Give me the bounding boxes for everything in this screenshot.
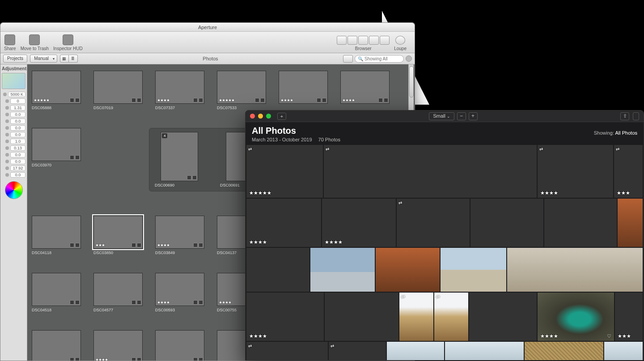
adjustment-value[interactable]: 0.13 xyxy=(10,145,25,151)
reset-icon[interactable] xyxy=(5,119,9,123)
photo-thumb[interactable]: ⇄ xyxy=(324,145,537,198)
photo-thumb[interactable]: ★★★★ xyxy=(340,71,390,110)
close-button[interactable] xyxy=(250,114,255,119)
photo-thumb[interactable]: ★★★★DSC03849 xyxy=(155,216,204,255)
photo-thumb[interactable]: ★★★★DSC00593 xyxy=(155,273,204,312)
zoom-button[interactable] xyxy=(266,114,271,119)
reset-icon[interactable] xyxy=(5,113,9,116)
adjustment-row[interactable]: 0.0 xyxy=(2,152,25,157)
aperture-titlebar[interactable]: Aperture xyxy=(0,23,415,32)
photo-thumb[interactable] xyxy=(441,248,506,292)
photo-thumb[interactable] xyxy=(445,342,524,361)
photo-thumb[interactable]: DSC04577 xyxy=(93,273,143,312)
browser-filmstrip-button[interactable] xyxy=(358,36,368,45)
search-field[interactable]: 🔍 Showing All xyxy=(355,55,404,63)
photo-thumb[interactable]: ★★★★★DSC05888 xyxy=(32,71,81,110)
photo-thumb[interactable] xyxy=(507,248,643,292)
photo-thumb[interactable]: ★★★★ xyxy=(93,330,143,361)
camera-import-button[interactable] xyxy=(343,55,353,63)
adjustment-row[interactable]: 0.0 xyxy=(2,132,25,137)
adjustment-row[interactable]: 17.92 xyxy=(2,166,25,171)
photo-thumb[interactable] xyxy=(470,199,543,247)
thumbnail-size-select[interactable]: Small xyxy=(429,112,454,120)
browser-places-button[interactable] xyxy=(380,36,390,45)
browser-faces-button[interactable] xyxy=(369,36,379,45)
inspector-hud-button[interactable]: Inspector HUD xyxy=(53,34,83,51)
clear-search-button[interactable] xyxy=(406,55,412,62)
adjustment-row[interactable]: 0.0 xyxy=(2,112,25,117)
adjustment-row[interactable]: 0 xyxy=(2,98,25,104)
adjustment-value[interactable]: 0.0 xyxy=(10,125,25,131)
adjustment-row[interactable]: 0.0 xyxy=(2,125,25,131)
photo-thumb[interactable]: ★★★★ xyxy=(279,71,328,110)
photo-thumb[interactable]: ★★★DSC03850 xyxy=(93,216,143,255)
browser-split-button[interactable] xyxy=(347,36,357,45)
photo-thumb[interactable]: ★★★★ xyxy=(246,293,324,341)
photo-thumb[interactable]: DSC04518 xyxy=(32,273,81,312)
adjustment-value[interactable]: 17.92 xyxy=(10,166,25,171)
reset-icon[interactable] xyxy=(5,99,9,103)
reset-icon[interactable] xyxy=(5,173,9,177)
scrollbar-thumb[interactable] xyxy=(409,66,414,98)
adjustment-value[interactable]: 1.0 xyxy=(10,139,25,144)
adjustment-row[interactable]: 0.0 xyxy=(2,172,25,178)
share-button[interactable]: Share xyxy=(4,34,16,51)
zoom-in-button[interactable]: + xyxy=(469,112,478,120)
color-wheel[interactable] xyxy=(5,181,23,199)
adjustment-value[interactable]: 0.0 xyxy=(10,172,25,178)
photo-thumb[interactable]: DSC04118 xyxy=(32,216,81,255)
photo-thumb[interactable] xyxy=(325,293,398,341)
photo-thumb[interactable]: ★★★★ xyxy=(246,199,321,247)
reset-icon[interactable] xyxy=(5,166,9,170)
more-button[interactable] xyxy=(633,112,639,120)
adjustment-value[interactable]: 0.0 xyxy=(10,152,25,157)
adjustment-row[interactable]: 5000 K xyxy=(2,92,25,97)
photo-thumb[interactable]: ⇄★★★★★ xyxy=(246,145,323,198)
share-button[interactable]: ⇧ xyxy=(620,112,629,120)
reset-icon[interactable] xyxy=(5,126,9,130)
adjustment-value[interactable]: 1.31 xyxy=(10,105,25,110)
loupe-button[interactable] xyxy=(395,36,405,45)
photo-thumb[interactable] xyxy=(544,199,617,247)
photo-thumb[interactable]: ⇄ xyxy=(397,199,470,247)
adjustment-row[interactable]: 1.0 xyxy=(2,139,25,144)
photo-thumb[interactable]: DSC07019 xyxy=(93,71,143,110)
photo-thumb[interactable]: ★★★★♡ xyxy=(538,293,614,341)
photo-thumb[interactable]: ★★★★★DSC07533 xyxy=(217,71,266,110)
photo-thumb[interactable] xyxy=(246,248,309,292)
view-list-toggle[interactable]: ≣ xyxy=(69,55,78,63)
reset-icon[interactable] xyxy=(5,133,9,136)
photo-thumb[interactable] xyxy=(387,342,444,361)
adjustment-value[interactable]: 0 xyxy=(10,98,25,104)
zoom-out-button[interactable]: − xyxy=(457,112,466,120)
reset-icon[interactable] xyxy=(5,106,9,110)
photo-thumb[interactable] xyxy=(469,293,537,341)
reset-icon[interactable] xyxy=(5,146,9,150)
photo-thumb[interactable]: ⇄ xyxy=(246,342,328,361)
photo-thumb[interactable] xyxy=(525,342,603,361)
adjustment-value[interactable]: 0.0 xyxy=(10,159,25,164)
adjustment-value[interactable]: 0.0 xyxy=(10,132,25,137)
minimize-button[interactable] xyxy=(258,114,263,119)
photo-thumb[interactable]: ⇄★★★★ xyxy=(538,145,613,198)
sort-select[interactable]: Manual xyxy=(30,55,57,63)
reset-icon[interactable] xyxy=(3,93,7,96)
photo-thumb[interactable]: ★★★★DSC07337 xyxy=(155,71,204,110)
photo-thumb[interactable]: 4DSC00690 xyxy=(155,132,204,187)
photo-thumb[interactable] xyxy=(155,330,204,361)
photo-thumb[interactable] xyxy=(604,342,643,361)
reset-icon[interactable] xyxy=(5,140,9,143)
reset-icon[interactable] xyxy=(5,160,9,163)
photo-thumb[interactable] xyxy=(376,248,440,292)
adjustment-value[interactable]: 0.0 xyxy=(10,112,25,117)
photo-thumb[interactable] xyxy=(618,199,643,247)
reset-icon[interactable] xyxy=(5,153,9,157)
adjustment-value[interactable]: 0.0 xyxy=(10,119,25,124)
browser-grid-button[interactable] xyxy=(337,36,347,45)
adjustment-row[interactable]: 1.31 xyxy=(2,105,25,110)
photos-titlebar[interactable]: + Small − + ⇧ xyxy=(246,110,644,122)
sidebar-toggle-button[interactable]: + xyxy=(277,113,286,120)
trash-button[interactable]: Move to Trash xyxy=(21,34,49,51)
photo-thumb[interactable] xyxy=(310,248,374,292)
adjustment-value[interactable]: 5000 K xyxy=(8,92,25,97)
